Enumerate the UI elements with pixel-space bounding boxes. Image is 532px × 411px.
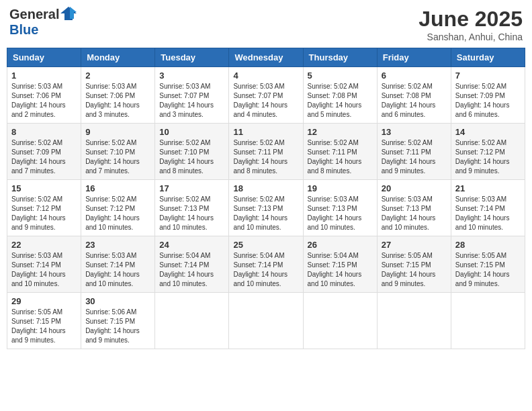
table-row: 15 Sunrise: 5:02 AMSunset: 7:12 PMDaylig…	[7, 180, 81, 236]
day-number: 16	[85, 183, 150, 193]
table-row: 11 Sunrise: 5:02 AMSunset: 7:11 PMDaylig…	[229, 124, 303, 180]
day-info: Sunrise: 5:02 AMSunset: 7:09 PMDaylight:…	[11, 139, 66, 175]
calendar-week-row: 22 Sunrise: 5:03 AMSunset: 7:14 PMDaylig…	[7, 236, 525, 293]
logo-icon	[60, 7, 77, 20]
table-row: 30 Sunrise: 5:06 AMSunset: 7:15 PMDaylig…	[81, 293, 155, 349]
day-info: Sunrise: 5:04 AMSunset: 7:14 PMDaylight:…	[159, 252, 214, 287]
day-info: Sunrise: 5:03 AMSunset: 7:14 PMDaylight:…	[455, 195, 510, 231]
table-row: 13 Sunrise: 5:02 AMSunset: 7:11 PMDaylig…	[377, 124, 451, 180]
day-info: Sunrise: 5:02 AMSunset: 7:11 PMDaylight:…	[308, 139, 362, 175]
day-number: 6	[382, 71, 447, 81]
table-row	[229, 293, 303, 349]
logo: General Blue	[9, 7, 77, 38]
day-info: Sunrise: 5:05 AMSunset: 7:15 PMDaylight:…	[455, 252, 510, 287]
calendar-header-row: Sunday Monday Tuesday Wednesday Thursday…	[7, 48, 525, 67]
table-row	[377, 293, 451, 349]
day-number: 5	[308, 71, 373, 81]
day-info: Sunrise: 5:03 AMSunset: 7:13 PMDaylight:…	[308, 195, 362, 231]
day-number: 23	[85, 240, 150, 250]
table-row: 2 Sunrise: 5:03 AMSunset: 7:06 PMDayligh…	[81, 67, 155, 124]
logo-general-text: General	[9, 7, 59, 22]
logo-blue-text: Blue	[9, 22, 38, 38]
title-block: June 2025 Sanshan, Anhui, China	[418, 7, 523, 42]
day-info: Sunrise: 5:03 AMSunset: 7:14 PMDaylight:…	[11, 252, 66, 287]
col-thursday: Thursday	[303, 48, 377, 67]
day-info: Sunrise: 5:05 AMSunset: 7:15 PMDaylight:…	[382, 252, 436, 287]
table-row: 7 Sunrise: 5:02 AMSunset: 7:09 PMDayligh…	[451, 67, 525, 124]
day-number: 8	[11, 127, 77, 137]
table-row: 23 Sunrise: 5:03 AMSunset: 7:14 PMDaylig…	[81, 236, 155, 293]
day-number: 3	[159, 71, 224, 81]
day-number: 4	[233, 71, 298, 81]
day-info: Sunrise: 5:06 AMSunset: 7:15 PMDaylight:…	[85, 308, 140, 344]
location-subtitle: Sanshan, Anhui, China	[418, 32, 523, 42]
table-row: 27 Sunrise: 5:05 AMSunset: 7:15 PMDaylig…	[377, 236, 451, 293]
day-number: 28	[455, 240, 521, 250]
calendar-week-row: 8 Sunrise: 5:02 AMSunset: 7:09 PMDayligh…	[7, 124, 525, 180]
day-info: Sunrise: 5:02 AMSunset: 7:08 PMDaylight:…	[308, 83, 362, 118]
day-number: 22	[11, 240, 77, 250]
col-monday: Monday	[81, 48, 155, 67]
table-row: 5 Sunrise: 5:02 AMSunset: 7:08 PMDayligh…	[303, 67, 377, 124]
day-number: 17	[159, 183, 224, 193]
day-number: 19	[308, 183, 373, 193]
table-row: 1 Sunrise: 5:03 AMSunset: 7:06 PMDayligh…	[7, 67, 81, 124]
day-info: Sunrise: 5:02 AMSunset: 7:08 PMDaylight:…	[382, 83, 436, 118]
col-wednesday: Wednesday	[229, 48, 303, 67]
page-header: General Blue June 2025 Sanshan, Anhui, C…	[7, 7, 525, 42]
day-number: 24	[159, 240, 224, 250]
day-number: 1	[11, 71, 77, 81]
table-row: 22 Sunrise: 5:03 AMSunset: 7:14 PMDaylig…	[7, 236, 81, 293]
day-info: Sunrise: 5:03 AMSunset: 7:07 PMDaylight:…	[233, 83, 287, 118]
day-info: Sunrise: 5:03 AMSunset: 7:06 PMDaylight:…	[11, 83, 66, 118]
col-sunday: Sunday	[7, 48, 81, 67]
day-number: 15	[11, 183, 77, 193]
table-row: 26 Sunrise: 5:04 AMSunset: 7:15 PMDaylig…	[303, 236, 377, 293]
table-row: 9 Sunrise: 5:02 AMSunset: 7:10 PMDayligh…	[81, 124, 155, 180]
table-row	[303, 293, 377, 349]
table-row: 25 Sunrise: 5:04 AMSunset: 7:14 PMDaylig…	[229, 236, 303, 293]
table-row: 20 Sunrise: 5:03 AMSunset: 7:13 PMDaylig…	[377, 180, 451, 236]
day-info: Sunrise: 5:02 AMSunset: 7:12 PMDaylight:…	[85, 195, 140, 231]
day-number: 11	[233, 127, 298, 137]
table-row: 19 Sunrise: 5:03 AMSunset: 7:13 PMDaylig…	[303, 180, 377, 236]
table-row: 12 Sunrise: 5:02 AMSunset: 7:11 PMDaylig…	[303, 124, 377, 180]
day-info: Sunrise: 5:02 AMSunset: 7:10 PMDaylight:…	[85, 139, 140, 175]
day-info: Sunrise: 5:03 AMSunset: 7:07 PMDaylight:…	[159, 83, 214, 118]
table-row: 6 Sunrise: 5:02 AMSunset: 7:08 PMDayligh…	[377, 67, 451, 124]
col-friday: Friday	[377, 48, 451, 67]
day-info: Sunrise: 5:02 AMSunset: 7:11 PMDaylight:…	[382, 139, 436, 175]
table-row: 3 Sunrise: 5:03 AMSunset: 7:07 PMDayligh…	[155, 67, 229, 124]
day-number: 20	[382, 183, 447, 193]
table-row: 24 Sunrise: 5:04 AMSunset: 7:14 PMDaylig…	[155, 236, 229, 293]
day-info: Sunrise: 5:02 AMSunset: 7:09 PMDaylight:…	[455, 83, 510, 118]
day-info: Sunrise: 5:03 AMSunset: 7:13 PMDaylight:…	[382, 195, 436, 231]
table-row	[155, 293, 229, 349]
table-row: 8 Sunrise: 5:02 AMSunset: 7:09 PMDayligh…	[7, 124, 81, 180]
table-row	[451, 293, 525, 349]
day-number: 25	[233, 240, 298, 250]
day-number: 7	[455, 71, 521, 81]
day-info: Sunrise: 5:05 AMSunset: 7:15 PMDaylight:…	[11, 308, 66, 344]
day-number: 18	[233, 183, 298, 193]
table-row: 21 Sunrise: 5:03 AMSunset: 7:14 PMDaylig…	[451, 180, 525, 236]
table-row: 10 Sunrise: 5:02 AMSunset: 7:10 PMDaylig…	[155, 124, 229, 180]
calendar-week-row: 29 Sunrise: 5:05 AMSunset: 7:15 PMDaylig…	[7, 293, 525, 349]
month-year-title: June 2025	[418, 7, 523, 32]
table-row: 28 Sunrise: 5:05 AMSunset: 7:15 PMDaylig…	[451, 236, 525, 293]
day-info: Sunrise: 5:02 AMSunset: 7:12 PMDaylight:…	[11, 195, 66, 231]
day-info: Sunrise: 5:04 AMSunset: 7:14 PMDaylight:…	[233, 252, 287, 287]
day-number: 26	[308, 240, 373, 250]
day-number: 21	[455, 183, 521, 193]
day-number: 13	[382, 127, 447, 137]
table-row: 17 Sunrise: 5:02 AMSunset: 7:13 PMDaylig…	[155, 180, 229, 236]
day-number: 12	[308, 127, 373, 137]
calendar-week-row: 1 Sunrise: 5:03 AMSunset: 7:06 PMDayligh…	[7, 67, 525, 124]
day-number: 14	[455, 127, 521, 137]
day-info: Sunrise: 5:02 AMSunset: 7:13 PMDaylight:…	[159, 195, 214, 231]
col-saturday: Saturday	[451, 48, 525, 67]
day-info: Sunrise: 5:02 AMSunset: 7:12 PMDaylight:…	[455, 139, 510, 175]
day-info: Sunrise: 5:02 AMSunset: 7:11 PMDaylight:…	[233, 139, 287, 175]
day-number: 27	[382, 240, 447, 250]
calendar-table: Sunday Monday Tuesday Wednesday Thursday…	[7, 48, 525, 349]
